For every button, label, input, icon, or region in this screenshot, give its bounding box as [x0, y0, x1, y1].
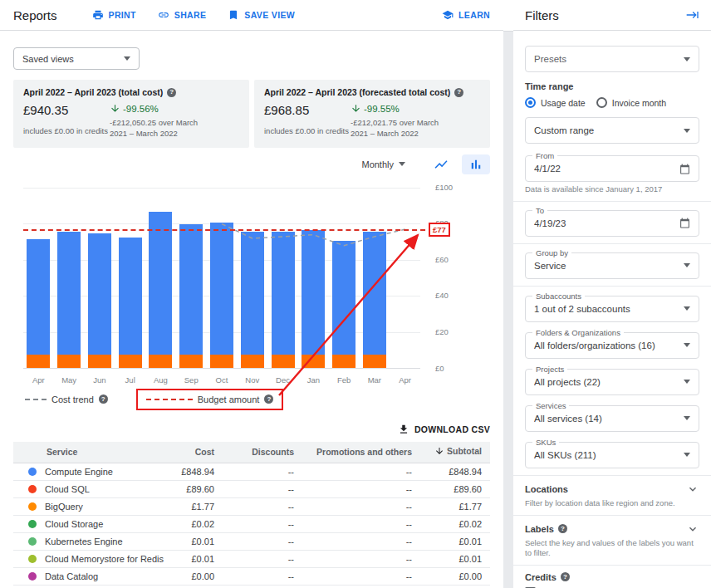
table-row[interactable]: Kubernetes Engine £0.01 -- -- £0.01: [13, 533, 490, 551]
chart-bar-jan-9[interactable]: [302, 230, 325, 368]
subtotal-cell: £0.01: [420, 533, 490, 551]
billing-reports-page: Reports PRINT SHARE SAVE VIEW LEARN: [0, 0, 711, 588]
folders-organizations-select[interactable]: Folders & Organizations All folders/orga…: [525, 332, 699, 359]
bar-segment-orange: [179, 355, 203, 367]
help-icon[interactable]: [454, 88, 463, 97]
locations-label: Locations: [525, 484, 568, 494]
services-value: All services (14): [534, 414, 684, 424]
bar-segment-blue: [88, 233, 111, 355]
gridline: [23, 188, 420, 189]
chart-bar-may-1[interactable]: [57, 232, 81, 367]
print-button[interactable]: PRINT: [92, 9, 136, 21]
divider: [513, 565, 711, 566]
to-date-field[interactable]: To 4/19/23: [525, 210, 699, 237]
usage-date-label: Usage date: [541, 98, 586, 108]
download-row: DOWNLOAD CSV: [13, 424, 490, 435]
calendar-icon[interactable]: [679, 218, 690, 228]
services-select[interactable]: Services All services (14): [525, 405, 699, 432]
interval-select[interactable]: Monthly: [361, 159, 405, 169]
x-tick-label: Jun: [84, 375, 115, 385]
delta-value: -99.55%: [364, 104, 400, 114]
chart-bar-jul-3[interactable]: [119, 238, 142, 368]
help-icon[interactable]: [99, 394, 108, 404]
header-actions: PRINT SHARE SAVE VIEW: [92, 9, 295, 21]
table-row[interactable]: Cloud Storage £0.02 -- -- £0.02: [13, 516, 490, 533]
labels-section-toggle[interactable]: Labels: [525, 522, 699, 536]
from-date-field[interactable]: From 4/1/22: [525, 155, 699, 182]
download-csv-button[interactable]: DOWNLOAD CSV: [398, 424, 490, 435]
subtotal-column-header[interactable]: Subtotal: [420, 442, 490, 463]
chart-bar-apr-0[interactable]: [27, 239, 50, 368]
chart-bar-aug-4[interactable]: [149, 212, 172, 367]
chart-bar-sep-5[interactable]: [179, 224, 203, 367]
save-view-label: SAVE VIEW: [244, 10, 295, 20]
trend-down-icon: [351, 103, 361, 114]
subaccounts-select[interactable]: Subaccounts 1 out of 2 subaccounts: [525, 296, 699, 322]
chart-bar-nov-7[interactable]: [241, 232, 264, 367]
bar-segment-blue: [57, 232, 81, 355]
help-icon[interactable]: [167, 88, 176, 97]
x-tick-label: Mar: [359, 375, 390, 385]
divider: [513, 286, 711, 287]
calendar-icon[interactable]: [679, 164, 690, 174]
chevron-down-icon: [686, 522, 699, 536]
invoice-month-label: Invoice month: [612, 98, 666, 108]
cost-delta: -99.56%: [110, 103, 239, 114]
help-icon[interactable]: [264, 394, 273, 404]
service-name: Cloud SQL: [45, 484, 90, 494]
chart-bar-feb-10[interactable]: [332, 241, 356, 368]
chart-bar-jun-2[interactable]: [88, 233, 111, 367]
cost-cell: £0.02: [171, 516, 223, 533]
table-row[interactable]: Cloud SQL £89.60 -- -- £89.60: [13, 481, 490, 498]
promotions-column-header[interactable]: Promotions and others: [302, 442, 420, 463]
learn-button[interactable]: LEARN: [442, 9, 490, 21]
legend-cost-trend[interactable]: Cost trend: [25, 394, 108, 404]
divider: [513, 243, 711, 244]
group-by-select[interactable]: Group by Service: [525, 252, 699, 279]
table-row[interactable]: Cloud Memorystore for Redis £0.01 -- -- …: [13, 551, 490, 568]
x-tick-label: Dec: [267, 375, 299, 385]
from-helper-text: Data is available since January 1, 2017: [525, 184, 699, 194]
presets-select[interactable]: Presets: [525, 46, 699, 72]
help-icon[interactable]: [558, 524, 567, 533]
locations-section-toggle[interactable]: Locations: [525, 483, 699, 496]
discounts-column-header[interactable]: Discounts: [223, 442, 302, 463]
bar-segment-orange: [241, 355, 264, 367]
table-row[interactable]: BigQuery £1.77 -- -- £1.77: [13, 498, 490, 516]
credits-section[interactable]: Credits: [525, 572, 699, 582]
chevron-down-icon: [684, 306, 690, 311]
trend-down-icon: [110, 103, 120, 114]
print-label: PRINT: [109, 10, 136, 20]
budget-amount-label: £77: [429, 223, 450, 237]
saved-views-select[interactable]: Saved views: [13, 47, 140, 70]
usage-date-radio[interactable]: Usage date: [525, 97, 586, 108]
card-title: April 2022 – April 2023 (forecasted tota…: [264, 87, 450, 97]
cost-column-header[interactable]: Cost: [171, 442, 223, 463]
chart-bar-mar-11[interactable]: [363, 232, 386, 367]
x-tick-label: Apr: [22, 375, 54, 385]
save-view-button[interactable]: SAVE VIEW: [228, 9, 295, 21]
chart-bar-dec-8[interactable]: [272, 232, 295, 367]
bar-segment-blue: [27, 239, 50, 355]
help-icon[interactable]: [561, 572, 570, 581]
share-button[interactable]: SHARE: [158, 9, 207, 21]
chart-bar-oct-6[interactable]: [210, 223, 233, 367]
collapse-panel-button[interactable]: [684, 7, 701, 23]
interval-value: Monthly: [361, 159, 394, 169]
legend-budget-amount[interactable]: Budget amount: [136, 389, 284, 410]
divider: [513, 475, 711, 476]
range-type-select[interactable]: Custom range: [525, 117, 699, 144]
bar-segment-orange: [332, 355, 356, 367]
invoice-month-radio[interactable]: Invoice month: [596, 97, 666, 108]
bar-chart-toggle[interactable]: [462, 154, 490, 174]
line-chart-toggle[interactable]: [427, 154, 455, 174]
divider: [513, 515, 711, 516]
total-cost-card: April 2022 – April 2023 (total cost) £94…: [13, 80, 249, 148]
subtotal-cell: £1.77: [420, 498, 490, 516]
table-row[interactable]: Compute Engine £848.94 -- -- £848.94: [13, 463, 490, 481]
bar-segment-blue: [210, 223, 233, 355]
table-row[interactable]: Data Catalog £0.00 -- -- £0.00: [13, 568, 490, 586]
skus-select[interactable]: SKUs All SKUs (211): [525, 442, 699, 468]
service-column-header[interactable]: Service: [13, 442, 171, 463]
projects-select[interactable]: Projects All projects (22): [525, 369, 699, 395]
